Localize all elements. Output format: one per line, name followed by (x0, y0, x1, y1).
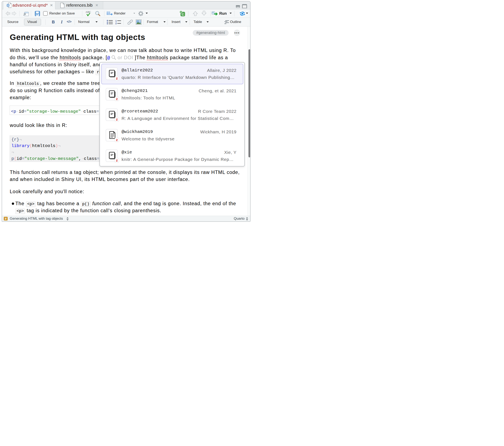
svg-text:ABC: ABC (85, 11, 91, 14)
svg-text:2: 2 (115, 22, 117, 24)
svg-text:1: 1 (115, 20, 117, 22)
svg-text:C: C (182, 13, 184, 16)
